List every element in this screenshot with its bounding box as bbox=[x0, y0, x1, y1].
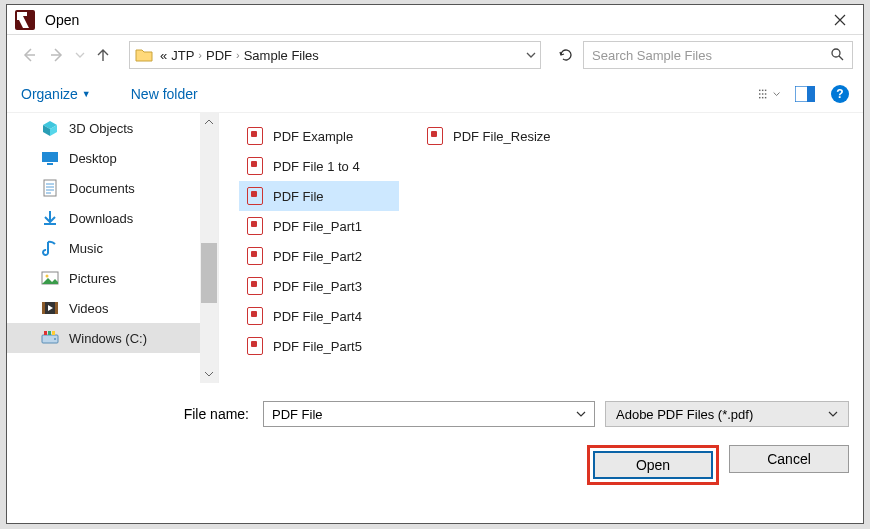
svg-rect-11 bbox=[807, 86, 815, 102]
svg-rect-8 bbox=[765, 93, 766, 94]
down-icon bbox=[41, 209, 59, 227]
close-button[interactable] bbox=[817, 5, 863, 35]
sidebar-item-desktop[interactable]: Desktop bbox=[7, 143, 201, 173]
file-item[interactable]: PDF File bbox=[239, 181, 399, 211]
navbar: « JTP › PDF › Sample Files Search Sample… bbox=[7, 35, 863, 75]
file-label: PDF File_Part2 bbox=[273, 249, 362, 264]
file-label: PDF Example bbox=[273, 129, 353, 144]
svg-rect-6 bbox=[762, 96, 763, 97]
svg-rect-7 bbox=[765, 89, 766, 90]
desktop-icon bbox=[41, 149, 59, 167]
pdf-icon bbox=[247, 337, 263, 355]
file-label: PDF File_Part1 bbox=[273, 219, 362, 234]
open-button[interactable]: Open bbox=[593, 451, 713, 479]
search-input[interactable]: Search Sample Files bbox=[583, 41, 853, 69]
svg-rect-23 bbox=[52, 331, 55, 335]
pdf-icon bbox=[247, 157, 263, 175]
sidebar-item-downloads[interactable]: Downloads bbox=[7, 203, 201, 233]
file-label: PDF File_Part5 bbox=[273, 339, 362, 354]
new-folder-button[interactable]: New folder bbox=[131, 86, 198, 102]
file-item[interactable]: PDF File_Part5 bbox=[239, 331, 399, 361]
refresh-button[interactable] bbox=[551, 41, 579, 69]
filename-input[interactable]: PDF File bbox=[263, 401, 595, 427]
breadcrumb-item[interactable]: PDF bbox=[206, 48, 232, 63]
titlebar: Open bbox=[7, 5, 863, 35]
footer: File name: PDF File Adobe PDF Files (*.p… bbox=[7, 383, 863, 499]
file-pane[interactable]: PDF ExamplePDF File 1 to 4PDF FilePDF Fi… bbox=[219, 113, 863, 383]
breadcrumb-item[interactable]: JTP bbox=[171, 48, 194, 63]
history-dropdown[interactable] bbox=[75, 48, 85, 63]
file-item[interactable]: PDF File 1 to 4 bbox=[239, 151, 399, 181]
app-icon bbox=[15, 10, 35, 30]
scroll-down-icon[interactable] bbox=[200, 365, 218, 383]
svg-point-16 bbox=[46, 275, 49, 278]
pdf-icon bbox=[427, 127, 443, 145]
address-bar[interactable]: « JTP › PDF › Sample Files bbox=[129, 41, 541, 69]
3d-icon bbox=[41, 119, 59, 137]
pdf-icon bbox=[247, 307, 263, 325]
sidebar-item-3d-objects[interactable]: 3D Objects bbox=[7, 113, 201, 143]
file-item[interactable]: PDF File_Part4 bbox=[239, 301, 399, 331]
filename-label: File name: bbox=[21, 406, 253, 422]
forward-button[interactable] bbox=[45, 43, 69, 67]
sidebar-item-label: 3D Objects bbox=[69, 121, 133, 136]
svg-rect-4 bbox=[762, 89, 763, 90]
file-item[interactable]: PDF Example bbox=[239, 121, 399, 151]
scroll-up-icon[interactable] bbox=[200, 113, 218, 131]
pic-icon bbox=[41, 269, 59, 287]
svg-rect-22 bbox=[48, 331, 51, 335]
address-dropdown[interactable] bbox=[526, 48, 536, 63]
sidebar-item-pictures[interactable]: Pictures bbox=[7, 263, 201, 293]
cancel-button[interactable]: Cancel bbox=[729, 445, 849, 473]
filetype-filter[interactable]: Adobe PDF Files (*.pdf) bbox=[605, 401, 849, 427]
svg-rect-18 bbox=[42, 302, 45, 314]
search-icon bbox=[830, 47, 844, 64]
help-button[interactable]: ? bbox=[831, 85, 849, 103]
pdf-icon bbox=[247, 277, 263, 295]
file-label: PDF File_Part4 bbox=[273, 309, 362, 324]
preview-pane-button[interactable] bbox=[795, 85, 817, 103]
svg-rect-5 bbox=[762, 93, 763, 94]
file-item[interactable]: PDF File_Resize bbox=[419, 121, 579, 151]
toolbar: Organize ▼ New folder ? bbox=[7, 75, 863, 113]
back-button[interactable] bbox=[17, 43, 41, 67]
pdf-icon bbox=[247, 247, 263, 265]
sidebar: 3D ObjectsDesktopDocumentsDownloadsMusic… bbox=[7, 113, 219, 383]
organize-menu[interactable]: Organize bbox=[21, 86, 78, 102]
sidebar-item-videos[interactable]: Videos bbox=[7, 293, 201, 323]
sidebar-scrollbar[interactable] bbox=[200, 113, 218, 383]
svg-rect-19 bbox=[55, 302, 58, 314]
sidebar-item-windows-c-[interactable]: Windows (C:) bbox=[7, 323, 201, 353]
file-item[interactable]: PDF File_Part3 bbox=[239, 271, 399, 301]
chevron-down-icon[interactable] bbox=[828, 407, 838, 422]
file-label: PDF File bbox=[273, 189, 324, 204]
scroll-thumb[interactable] bbox=[201, 243, 217, 303]
chevron-down-icon[interactable] bbox=[576, 407, 586, 422]
file-item[interactable]: PDF File_Part2 bbox=[239, 241, 399, 271]
dialog-title: Open bbox=[43, 12, 817, 28]
sidebar-item-label: Pictures bbox=[69, 271, 116, 286]
file-label: PDF File_Resize bbox=[453, 129, 551, 144]
svg-rect-13 bbox=[47, 163, 53, 165]
chevron-right-icon: › bbox=[236, 49, 240, 61]
file-item[interactable]: PDF File_Part1 bbox=[239, 211, 399, 241]
file-label: PDF File 1 to 4 bbox=[273, 159, 360, 174]
music-icon bbox=[41, 239, 59, 257]
open-button-highlight: Open bbox=[587, 445, 719, 485]
folder-icon bbox=[134, 45, 154, 65]
breadcrumb[interactable]: « JTP › PDF › Sample Files bbox=[160, 48, 319, 63]
svg-rect-9 bbox=[765, 96, 766, 97]
view-options-button[interactable] bbox=[759, 85, 781, 103]
breadcrumb-item[interactable]: Sample Files bbox=[244, 48, 319, 63]
filename-value: PDF File bbox=[272, 407, 323, 422]
svg-rect-3 bbox=[759, 96, 760, 97]
sidebar-item-music[interactable]: Music bbox=[7, 233, 201, 263]
up-button[interactable] bbox=[91, 43, 115, 67]
svg-rect-12 bbox=[42, 152, 58, 162]
sidebar-item-documents[interactable]: Documents bbox=[7, 173, 201, 203]
sidebar-item-label: Windows (C:) bbox=[69, 331, 147, 346]
svg-point-24 bbox=[54, 338, 56, 340]
sidebar-item-label: Videos bbox=[69, 301, 109, 316]
svg-point-0 bbox=[832, 49, 840, 57]
drive-icon bbox=[41, 329, 59, 347]
